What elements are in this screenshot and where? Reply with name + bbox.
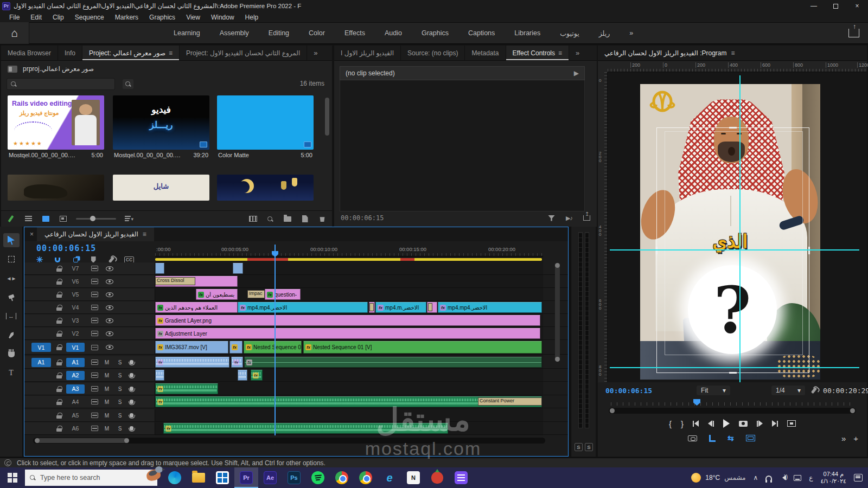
sync-lock-icon[interactable] xyxy=(91,373,98,378)
source-patch-a3[interactable] xyxy=(31,384,51,394)
lock-icon[interactable] xyxy=(56,292,62,298)
timeline-clip[interactable] xyxy=(233,263,243,274)
lock-icon[interactable] xyxy=(56,399,62,405)
add-button-icon[interactable]: + xyxy=(853,434,858,443)
lock-icon[interactable] xyxy=(56,413,62,419)
project-scrollbar[interactable] xyxy=(325,98,329,136)
track-header-a3[interactable]: A3MS xyxy=(24,383,155,395)
hand-tool[interactable] xyxy=(3,347,20,361)
timeline-clip[interactable] xyxy=(238,370,247,381)
close-sequence-icon[interactable]: × xyxy=(24,230,37,238)
toggle-track-output-eye-icon[interactable] xyxy=(106,345,113,350)
sync-lock-icon[interactable] xyxy=(91,386,98,391)
toggle-track-output-eye-icon[interactable] xyxy=(106,292,113,297)
step-back-button[interactable] xyxy=(708,420,714,427)
sync-lock-icon[interactable] xyxy=(91,331,98,336)
new-bin-button[interactable] xyxy=(283,215,292,223)
timeline-playhead[interactable] xyxy=(275,245,276,435)
voiceover-record-mic-icon[interactable] xyxy=(130,413,133,418)
play-button[interactable] xyxy=(723,419,730,428)
timeline-clip[interactable]: fxالاخضر.mp4.mp4 xyxy=(238,302,368,313)
program-settings-wrench-icon[interactable] xyxy=(813,387,815,394)
timeline-clip[interactable]: fxAdjustment Layer xyxy=(155,328,540,339)
sync-lock-icon[interactable] xyxy=(91,359,98,365)
menu-window[interactable]: Window xyxy=(206,12,239,22)
effect-controls-clip-header[interactable]: (no clip selected) ▶ xyxy=(340,66,585,80)
timeline-clip[interactable]: fxGradient LAyer.png xyxy=(155,315,540,326)
track-name-v6[interactable]: V6 xyxy=(66,277,85,286)
solo-button[interactable]: S xyxy=(116,359,124,365)
track-name-v7[interactable]: V7 xyxy=(66,264,85,273)
toggle-track-output-eye-icon[interactable] xyxy=(106,266,113,271)
workspace-tab[interactable]: Assembly xyxy=(211,26,258,40)
taskbar-app-premiere[interactable]: Pr xyxy=(234,467,258,488)
track-name-v4[interactable]: V4 xyxy=(66,303,85,312)
list-view-button[interactable] xyxy=(24,215,33,223)
headset-icon[interactable] xyxy=(765,476,772,480)
sync-lock-icon[interactable] xyxy=(91,292,98,297)
mute-button[interactable]: M xyxy=(103,426,111,432)
timeline-clip[interactable]: fx xyxy=(155,357,229,368)
lock-icon[interactable] xyxy=(56,305,62,311)
step-forward-button[interactable] xyxy=(757,420,763,427)
track-header-v5[interactable]: V5 xyxy=(24,288,155,300)
source-patch-v4[interactable] xyxy=(31,303,51,312)
solo-button[interactable]: S xyxy=(116,426,124,432)
taskbar-app-spotify[interactable] xyxy=(306,467,330,488)
track-name-v5[interactable]: V5 xyxy=(66,290,85,299)
program-preview-area[interactable]: الذي ? xyxy=(608,72,867,382)
sort-icons-button[interactable]: ▾ xyxy=(125,215,133,223)
thumbnail-white-card[interactable]: شايل xyxy=(113,175,209,201)
timeline-clip[interactable]: fxIMG3637.mov [V] xyxy=(155,341,228,354)
mute-button[interactable]: M xyxy=(103,399,111,405)
timeline-clip[interactable]: fxالعملاء هم وحدهم الذين xyxy=(155,302,238,313)
project-tab[interactable]: Media Browser xyxy=(1,46,58,60)
track-header-a5[interactable]: A5MS xyxy=(24,409,155,421)
workspace-tab[interactable]: Effects xyxy=(336,26,374,40)
project-item[interactable]: فيديوريـــلزMostqel.00_00_00_00.Still...… xyxy=(113,95,209,158)
workspace-tab[interactable]: Graphics xyxy=(413,26,457,40)
clip-transition[interactable] xyxy=(428,303,432,311)
source-tab[interactable]: الفيديو الريلز الاول ا xyxy=(334,46,401,60)
source-patch-a4[interactable] xyxy=(31,397,51,407)
timeline-clip[interactable] xyxy=(155,370,164,381)
solo-button[interactable]: S xyxy=(116,399,124,405)
network-icon[interactable] xyxy=(794,475,801,481)
project-item[interactable]: Color Matte5:00 xyxy=(217,95,314,158)
track-header-a4[interactable]: A4MS xyxy=(24,396,155,408)
project-tab[interactable]: Project: صور معرض اعمالي≡ xyxy=(82,46,180,60)
source-patch-v2[interactable] xyxy=(31,329,51,338)
mute-button[interactable]: M xyxy=(103,373,111,378)
sync-lock-icon[interactable] xyxy=(91,345,98,350)
timeline-clip[interactable]: fx xyxy=(244,357,542,368)
solo-left-button[interactable]: S xyxy=(575,443,583,451)
go-to-out-button[interactable] xyxy=(772,420,778,427)
lock-icon[interactable] xyxy=(56,266,62,272)
lock-icon[interactable] xyxy=(56,426,62,432)
clock[interactable]: 07:44 م ٤/١٠/٢٠٢٤ xyxy=(821,471,846,485)
ripple-edit-tool[interactable]: ◄► xyxy=(3,271,20,285)
workspace-tab[interactable]: يوتيوب xyxy=(551,26,588,41)
voiceover-record-mic-icon[interactable] xyxy=(130,373,133,377)
project-item[interactable]: Rails video editingمونتاج فيديو ريلز★★★★… xyxy=(8,95,104,158)
home-button[interactable]: ⌂ xyxy=(0,22,29,44)
mark-in-button[interactable]: { xyxy=(669,419,672,428)
taskbar-app-store[interactable] xyxy=(210,467,234,488)
lift-button[interactable] xyxy=(787,420,796,427)
taskbar-app-fruits[interactable] xyxy=(425,467,449,488)
mute-button[interactable]: M xyxy=(103,386,111,392)
source-tab[interactable]: Effect Controls≡ xyxy=(506,46,570,60)
project-item-thumbnail[interactable]: Rails video editingمونتاج فيديو ريلز★★★★… xyxy=(8,95,104,150)
project-writable-icon[interactable] xyxy=(7,215,15,223)
track-header-a2[interactable]: A2MS xyxy=(24,369,155,381)
safe-margins-icon[interactable] xyxy=(746,435,755,441)
taskbar-app-chrome-2[interactable] xyxy=(354,467,378,488)
track-name-a5[interactable]: A5 xyxy=(66,411,85,420)
zoom-level-dropdown[interactable]: Fit▾ xyxy=(697,386,730,395)
workspace-tab[interactable]: Learning xyxy=(165,26,209,40)
program-timecode[interactable]: 00:00:06:15 xyxy=(605,387,652,395)
track-select-forward-tool[interactable] xyxy=(3,252,20,266)
clip-transition[interactable]: Impac xyxy=(247,290,265,298)
solo-button[interactable]: S xyxy=(116,413,124,419)
track-header-v7[interactable]: V7 xyxy=(24,262,155,274)
